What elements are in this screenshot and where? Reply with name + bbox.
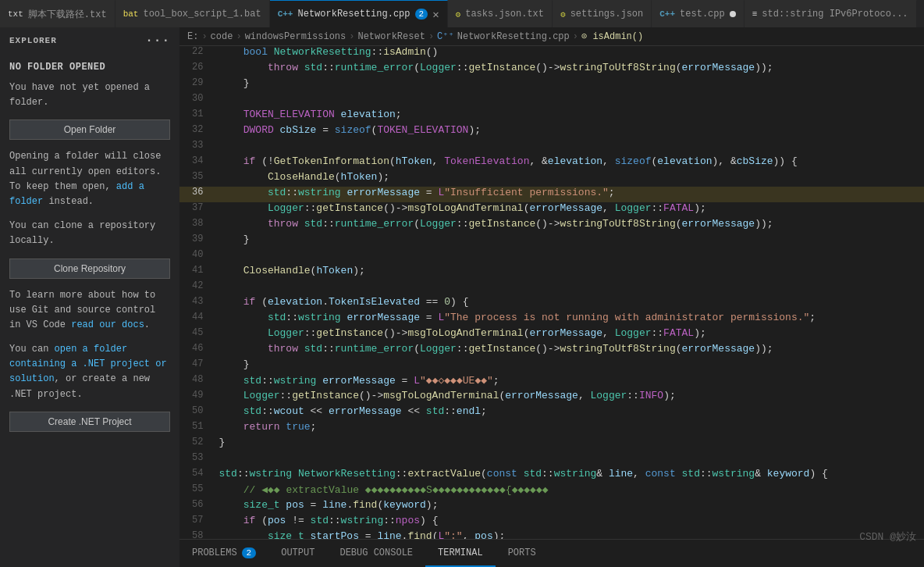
tab-file-5[interactable]: ⚙ settings.json (553, 0, 652, 27)
net-text-part1: You can (9, 344, 55, 355)
no-folder-title: NO FOLDER OPENED (9, 62, 170, 73)
tab-icon-5: ⚙ (560, 9, 566, 20)
table-row: 37 Logger::getInstance()->msgToLogAndTer… (179, 202, 924, 218)
table-row: 22 bool NetworkResetting::isAdmin() (179, 46, 924, 62)
open-folder-text-part2: instead. (43, 196, 94, 207)
tab-debug-console[interactable]: DEBUG CONSOLE (327, 540, 425, 567)
breadcrumb-code: code (211, 31, 233, 42)
tab-file-3[interactable]: C++ NetworkResetting.cpp 2 ✕ (270, 0, 448, 27)
watermark: CSDN @妙汝 (859, 530, 916, 544)
output-label: OUTPUT (281, 547, 315, 558)
git-text-part2: . (144, 319, 150, 330)
tab-file-6[interactable]: C++ test.cpp (652, 0, 744, 27)
tab-icon-4: ⚙ (456, 9, 461, 20)
table-row: 55 // ◀◆◆ extractValue ◆◆◆◆◆◆◆◆◆◆S◆◆◆◆◆◆… (179, 483, 924, 499)
clone-repository-button[interactable]: Clone Repository (9, 259, 170, 279)
tab-badge-3: 2 (415, 9, 428, 20)
tab-problems[interactable]: PROBLEMS 2 (179, 540, 268, 567)
table-row: 56 size_t pos = line.find(keyword); (179, 499, 924, 515)
sidebar: EXPLORER ··· NO FOLDER OPENED You have n… (0, 27, 179, 567)
table-row: 57 if (pos != std::wstring::npos) { (179, 515, 924, 530)
breadcrumb-windowspermissions: windowsPermissions (245, 31, 346, 42)
create-net-project-button[interactable]: Create .NET Project (9, 412, 170, 432)
sidebar-dots[interactable]: ··· (145, 34, 170, 48)
tab-file-7[interactable]: ≡ std::string IPv6Protoco... (745, 0, 917, 27)
tab-bar: txt 脚本下载路径.txt bat tool_box_script_1.bat… (0, 0, 924, 27)
tab-label-5: settings.json (570, 9, 644, 20)
sidebar-open-folder-text: Opening a folder will close all currentl… (9, 149, 170, 209)
read-docs-link[interactable]: read our docs (71, 319, 144, 330)
table-row: 44 std::wstring errorMessage = L"The pro… (179, 312, 924, 327)
tab-ports[interactable]: PORTS (496, 540, 549, 567)
table-row: 51 return true; (179, 421, 924, 437)
table-row: 41 CloseHandle(hToken); (179, 265, 924, 280)
table-row: 26 throw std::runtime_error(Logger::getI… (179, 62, 924, 77)
tab-output[interactable]: OUTPUT (268, 540, 327, 567)
main-area: EXPLORER ··· NO FOLDER OPENED You have n… (0, 27, 924, 567)
tab-file-4[interactable]: ⚙ tasks.json.txt (448, 0, 553, 27)
table-row: 31 TOKEN_ELEVATION elevation; (179, 109, 924, 124)
tab-icon-1: txt (8, 9, 23, 19)
table-row: 54std::wstring NetworkResetting::extract… (179, 468, 924, 483)
table-row: 53 (179, 452, 924, 468)
table-row: 34 if (!GetTokenInformation(hToken, Toke… (179, 155, 924, 171)
editor-area: E: › code › windowsPermissions › Network… (179, 27, 924, 567)
table-row: 45 Logger::getInstance()->msgToLogAndTer… (179, 327, 924, 343)
tab-close-3[interactable]: ✕ (432, 8, 439, 21)
tab-label-1: 脚本下载路径.txt (28, 8, 107, 21)
table-row: 40 (179, 249, 924, 265)
breadcrumb-e: E: (187, 31, 198, 42)
tab-icon-2: bat (123, 9, 139, 19)
table-row: 48 std::wstring errorMessage = L"◆◆◇◆◆◆U… (179, 374, 924, 390)
table-row: 38 throw std::runtime_error(Logger::getI… (179, 218, 924, 234)
table-row: 46 throw std::runtime_error(Logger::getI… (179, 343, 924, 358)
tab-terminal[interactable]: TERMINAL (425, 540, 496, 567)
tab-file-2[interactable]: bat tool_box_script_1.bat (116, 0, 270, 27)
problems-label: PROBLEMS (192, 547, 237, 558)
table-row: 58 size_t startPos = line.find(L":", pos… (179, 530, 924, 539)
ports-label: PORTS (508, 547, 536, 558)
problems-badge: 2 (242, 547, 257, 558)
table-row: 33 (179, 140, 924, 155)
tab-label-6: test.cpp (680, 9, 725, 20)
clone-text: You can clone a repository locally. (9, 219, 170, 248)
table-row: 43 if (elevation.TokenIsElevated == 0) { (179, 296, 924, 312)
breadcrumb-file: NetworkResetting.cpp (457, 31, 570, 42)
tab-icon-6: C++ (659, 9, 675, 19)
breadcrumb-cpp-icon: C⁺⁺ (437, 30, 454, 42)
tab-label-4: tasks.json.txt (465, 9, 544, 20)
tab-label-7: std::string IPv6Protoco... (762, 9, 908, 20)
breadcrumb-function: ⊙ isAdmin() (581, 30, 643, 42)
git-text: To learn more about how to use Git and s… (9, 288, 170, 333)
sidebar-content: NO FOLDER OPENED You have not yet opened… (0, 54, 179, 567)
table-row: 30 (179, 93, 924, 109)
table-row: 50 std::wcout << errorMessage << std::en… (179, 405, 924, 421)
net-text: You can open a folder containing a .NET … (9, 342, 170, 402)
sidebar-header: EXPLORER ··· (0, 27, 179, 54)
code-table: 22 bool NetworkResetting::isAdmin() 26 t… (179, 46, 924, 539)
tab-dot-6 (730, 11, 736, 17)
terminal-label: TERMINAL (438, 547, 483, 558)
tab-icon-7: ≡ (752, 9, 758, 19)
breadcrumb: E: › code › windowsPermissions › Network… (179, 27, 924, 46)
tab-icon-3: C++ (278, 9, 293, 19)
table-row: 29 } (179, 77, 924, 93)
open-folder-button[interactable]: Open Folder (9, 119, 170, 140)
table-row: 49 Logger::getInstance()->msgToLogAndTer… (179, 390, 924, 405)
sidebar-title: EXPLORER (9, 36, 57, 45)
table-row: 39 } (179, 234, 924, 249)
table-row: 35 CloseHandle(hToken); (179, 171, 924, 187)
table-row: 52} (179, 437, 924, 452)
bottom-panel: PROBLEMS 2 OUTPUT DEBUG CONSOLE TERMINAL… (179, 539, 924, 567)
tab-label-3: NetworkResetting.cpp (297, 9, 410, 20)
tab-file-1[interactable]: txt 脚本下载路径.txt (0, 0, 116, 27)
table-row: 42 (179, 280, 924, 296)
debug-console-label: DEBUG CONSOLE (339, 547, 413, 558)
sidebar-intro-text: You have not yet opened a folder. (9, 80, 170, 110)
table-row: 32 DWORD cbSize = sizeof(TOKEN_ELEVATION… (179, 124, 924, 140)
tab-label-2: tool_box_script_1.bat (143, 9, 261, 20)
table-row: 47 } (179, 358, 924, 374)
breadcrumb-networkreset: NetworkReset (357, 31, 425, 42)
table-row: 36 std::wstring errorMessage = L"Insuffi… (179, 187, 924, 202)
code-editor[interactable]: 22 bool NetworkResetting::isAdmin() 26 t… (179, 46, 924, 539)
